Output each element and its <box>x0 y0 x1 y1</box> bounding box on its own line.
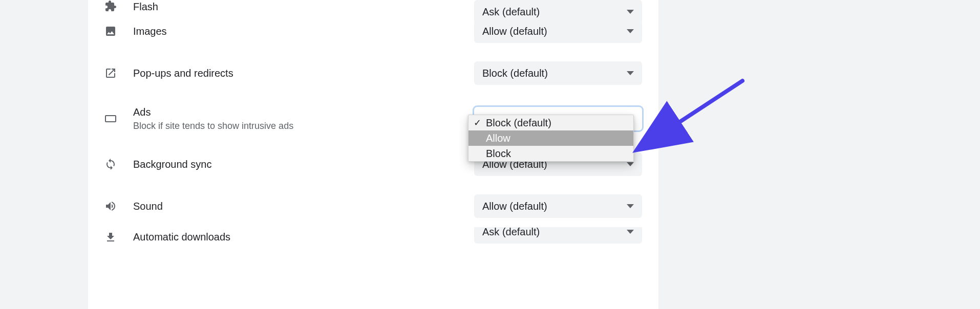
dropdown-option-label: Block (default) <box>486 117 551 129</box>
check-icon: ✓ <box>474 117 481 128</box>
dropdown-option-block[interactable]: Block <box>468 146 633 161</box>
sync-icon <box>104 158 133 170</box>
sound-icon <box>104 200 133 212</box>
ads-label: Ads <box>133 105 474 119</box>
dropdown-option-label: Allow <box>486 133 510 144</box>
chevron-down-icon <box>627 71 634 75</box>
popups-select[interactable]: Block (default) <box>474 61 642 85</box>
annotation-arrow <box>655 77 748 143</box>
autodl-label: Automatic downloads <box>133 230 474 244</box>
ads-icon <box>104 113 133 125</box>
dropdown-option-allow[interactable]: Allow <box>468 130 633 146</box>
chevron-down-icon <box>627 230 634 234</box>
row-sound: Sound Allow (default) <box>88 185 658 227</box>
sound-select-value: Allow (default) <box>482 201 547 212</box>
dropdown-option-label: Block <box>486 148 511 160</box>
ads-dropdown-menu[interactable]: ✓ Block (default) Allow Block <box>468 115 634 162</box>
chevron-down-icon <box>627 162 634 166</box>
svg-line-0 <box>667 81 742 130</box>
sound-label: Sound <box>133 200 474 213</box>
chevron-down-icon <box>627 29 634 33</box>
image-icon <box>104 25 133 37</box>
chevron-down-icon <box>627 204 634 208</box>
images-select-value: Allow (default) <box>482 26 547 37</box>
dropdown-option-block-default[interactable]: ✓ Block (default) <box>468 115 633 130</box>
images-select[interactable]: Allow (default) <box>474 19 642 43</box>
autodl-select[interactable]: Ask (default) <box>474 227 642 244</box>
settings-panel: Flash Ask (default) Images Allow (defaul… <box>88 0 658 309</box>
download-icon <box>104 231 133 244</box>
popups-select-value: Block (default) <box>482 68 548 79</box>
row-popups: Pop-ups and redirects Block (default) <box>88 52 658 94</box>
open-in-new-icon <box>104 67 133 79</box>
popups-label: Pop-ups and redirects <box>133 67 474 80</box>
sound-select[interactable]: Allow (default) <box>474 194 642 218</box>
bgsync-label: Background sync <box>133 158 474 171</box>
ads-sublabel: Block if site tends to show intrusive ad… <box>133 120 474 132</box>
row-images: Images Allow (default) <box>88 10 658 52</box>
row-autodl: Automatic downloads Ask (default) <box>88 227 658 244</box>
images-label: Images <box>133 25 474 38</box>
autodl-select-value: Ask (default) <box>482 227 540 238</box>
row-flash: Flash Ask (default) <box>88 0 658 10</box>
